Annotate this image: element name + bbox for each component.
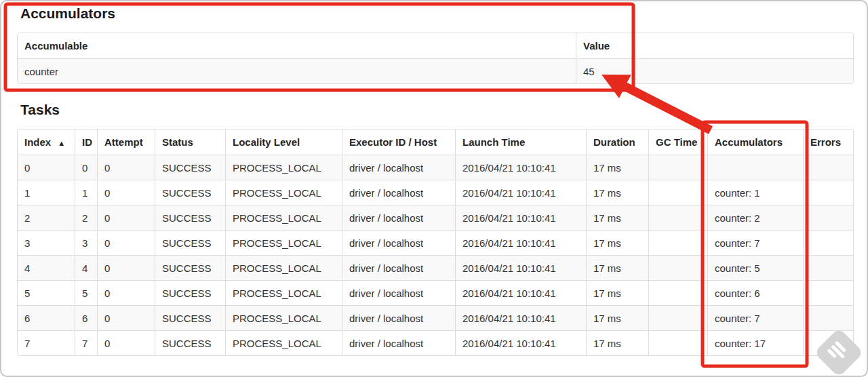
cell-executor-id-host: driver / localhost (342, 305, 455, 330)
cell-gc-time (648, 205, 707, 230)
cell-errors (803, 255, 853, 280)
task-row: 440SUCCESSPROCESS_LOCALdriver / localhos… (18, 255, 853, 280)
task-row: 000SUCCESSPROCESS_LOCALdriver / localhos… (18, 155, 853, 180)
cell-index: 7 (18, 330, 75, 355)
cell-index: 4 (18, 255, 75, 280)
tasks-table-header-row: Index▲IDAttemptStatusLocality LevelExecu… (18, 130, 853, 155)
cell-launch-time: 2016/04/21 10:10:41 (455, 305, 586, 330)
cell-attempt: 0 (97, 155, 155, 180)
cell-duration: 17 ms (586, 305, 648, 330)
cell-locality-level: PROCESS_LOCAL (225, 280, 342, 305)
cell-locality-level: PROCESS_LOCAL (225, 255, 342, 280)
column-header-gc-time[interactable]: GC Time (648, 130, 707, 155)
cell-errors (803, 155, 853, 180)
cell-launch-time: 2016/04/21 10:10:41 (455, 230, 586, 255)
accumulators-table: AccumulableValue counter45 (17, 33, 854, 84)
cell-launch-time: 2016/04/21 10:10:41 (455, 155, 586, 180)
column-header-status[interactable]: Status (155, 130, 225, 155)
cell-gc-time (648, 280, 707, 305)
cell-gc-time (648, 305, 707, 330)
cell-duration: 17 ms (586, 230, 648, 255)
task-row: 330SUCCESSPROCESS_LOCALdriver / localhos… (18, 230, 853, 255)
cell-attempt: 0 (97, 280, 155, 305)
cell-errors (803, 230, 853, 255)
cell-accumulators: counter: 2 (707, 205, 803, 230)
cell-id: 6 (75, 305, 97, 330)
cell-id: 3 (75, 230, 97, 255)
cell-status: SUCCESS (155, 205, 225, 230)
cell-gc-time (648, 180, 707, 205)
sort-ascending-icon: ▲ (58, 139, 65, 147)
tasks-section-title: Tasks (20, 102, 60, 118)
column-header-locality-level[interactable]: Locality Level (225, 130, 342, 155)
cell-duration: 17 ms (586, 255, 648, 280)
accumulable-row: counter45 (18, 58, 853, 83)
accumulators-section-title: Accumulators (20, 5, 115, 22)
cell-executor-id-host: driver / localhost (342, 205, 455, 230)
task-row: 220SUCCESSPROCESS_LOCALdriver / localhos… (18, 205, 853, 230)
cell-locality-level: PROCESS_LOCAL (225, 155, 342, 180)
task-row: 550SUCCESSPROCESS_LOCALdriver / localhos… (18, 280, 853, 305)
cell-accumulators: counter: 5 (707, 255, 803, 280)
cell-locality-level: PROCESS_LOCAL (225, 205, 342, 230)
cell-attempt: 0 (97, 230, 155, 255)
column-header-errors[interactable]: Errors (803, 130, 853, 155)
cell-status: SUCCESS (155, 180, 225, 205)
cell-locality-level: PROCESS_LOCAL (225, 230, 342, 255)
task-row: 660SUCCESSPROCESS_LOCALdriver / localhos… (18, 305, 853, 330)
cell-attempt: 0 (97, 255, 155, 280)
cell-accumulators: counter: 1 (707, 180, 803, 205)
column-header-attempt[interactable]: Attempt (97, 130, 155, 155)
cell-launch-time: 2016/04/21 10:10:41 (455, 280, 586, 305)
column-header-duration[interactable]: Duration (586, 130, 648, 155)
column-header-accumulators[interactable]: Accumulators (707, 130, 803, 155)
cell-attempt: 0 (97, 305, 155, 330)
column-header-id[interactable]: ID (75, 130, 97, 155)
cell-index: 0 (18, 155, 75, 180)
cell-index: 2 (18, 205, 75, 230)
cell-index: 1 (18, 180, 75, 205)
cell-value: 45 (576, 58, 853, 83)
cell-id: 4 (75, 255, 97, 280)
cell-executor-id-host: driver / localhost (342, 155, 455, 180)
cell-executor-id-host: driver / localhost (342, 280, 455, 305)
cell-status: SUCCESS (155, 305, 225, 330)
cell-status: SUCCESS (155, 155, 225, 180)
cell-gc-time (648, 155, 707, 180)
cell-id: 1 (75, 180, 97, 205)
cell-duration: 17 ms (586, 180, 648, 205)
cell-executor-id-host: driver / localhost (342, 230, 455, 255)
cell-locality-level: PROCESS_LOCAL (225, 305, 342, 330)
cell-index: 6 (18, 305, 75, 330)
cell-accumulators (707, 155, 803, 180)
cell-executor-id-host: driver / localhost (342, 255, 455, 280)
cell-duration: 17 ms (586, 330, 648, 355)
cell-gc-time (648, 330, 707, 355)
column-header-launch-time[interactable]: Launch Time (455, 130, 586, 155)
cell-launch-time: 2016/04/21 10:10:41 (455, 180, 586, 205)
cell-attempt: 0 (97, 205, 155, 230)
cell-duration: 17 ms (586, 280, 648, 305)
cell-id: 0 (75, 155, 97, 180)
cell-errors (803, 330, 853, 355)
cell-launch-time: 2016/04/21 10:10:41 (455, 255, 586, 280)
cell-duration: 17 ms (586, 205, 648, 230)
cell-duration: 17 ms (586, 155, 648, 180)
task-row: 110SUCCESSPROCESS_LOCALdriver / localhos… (18, 180, 853, 205)
cell-accumulators: counter: 7 (707, 305, 803, 330)
cell-executor-id-host: driver / localhost (342, 180, 455, 205)
column-header-index[interactable]: Index▲ (18, 130, 75, 155)
cell-locality-level: PROCESS_LOCAL (225, 330, 342, 355)
cell-errors (803, 305, 853, 330)
annotation-arrow (611, 79, 711, 130)
accumulators-table-header-row: AccumulableValue (18, 33, 853, 58)
column-header-executor-id-host[interactable]: Executor ID / Host (342, 130, 455, 155)
cell-accumulable: counter (18, 58, 576, 83)
cell-status: SUCCESS (155, 255, 225, 280)
cell-accumulators: counter: 17 (707, 330, 803, 355)
cell-attempt: 0 (97, 180, 155, 205)
cell-accumulators: counter: 6 (707, 280, 803, 305)
cell-locality-level: PROCESS_LOCAL (225, 180, 342, 205)
cell-index: 5 (18, 280, 75, 305)
cell-gc-time (648, 255, 707, 280)
